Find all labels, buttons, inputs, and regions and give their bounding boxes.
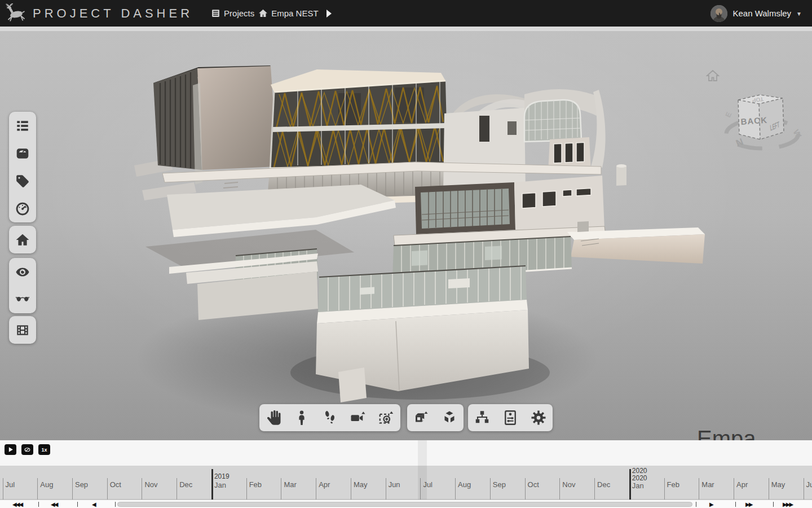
- film-icon: [15, 323, 30, 338]
- timeline-month-tick: [525, 478, 526, 500]
- timeline-year-label: 2020: [632, 467, 647, 475]
- dasher-deer-logo: [5, 2, 27, 25]
- breadcrumb-projects[interactable]: Projects: [211, 8, 254, 18]
- pan-tool[interactable]: [259, 404, 288, 431]
- left-box-unit: [153, 65, 277, 185]
- scrollbar-separator: [38, 502, 39, 507]
- timeline-month-label: Jun: [389, 480, 400, 489]
- first-person-tool[interactable]: [288, 404, 316, 431]
- timeline-month-tick: [246, 478, 247, 500]
- scrollbar-thumb[interactable]: [117, 502, 692, 507]
- user-name: Kean Walmsley: [732, 8, 791, 18]
- breadcrumb-project[interactable]: Empa NEST: [258, 8, 318, 18]
- timeline-month-tick: [142, 478, 142, 500]
- user-menu[interactable]: Kean Walmsley ▼: [710, 5, 812, 22]
- timeline-month-tick: [559, 478, 560, 500]
- tree-icon: [474, 409, 491, 426]
- explode-cube-icon: [441, 409, 458, 426]
- settings-tool[interactable]: [524, 404, 553, 431]
- timeline-movie-tool[interactable]: [9, 316, 36, 344]
- timeline-month-tick: [316, 478, 316, 500]
- home-view-tool[interactable]: [9, 226, 36, 253]
- bottom-toolbar-group-2: [468, 404, 553, 431]
- breadcrumb-caret-icon[interactable]: [326, 10, 332, 17]
- viewcube-home-icon[interactable]: [706, 69, 720, 82]
- timeline-month-label: May: [354, 480, 368, 489]
- timeline-month-label: Apr: [736, 480, 748, 489]
- timeline-month-tick: [176, 478, 177, 500]
- play-button[interactable]: [5, 444, 16, 455]
- right-window-band: [514, 176, 604, 230]
- timeline-playhead[interactable]: [418, 440, 427, 500]
- explode-tool[interactable]: [435, 404, 464, 431]
- breadcrumb: Projects Empa NEST: [211, 8, 332, 18]
- jump-end-button[interactable]: ▶▶▶: [783, 500, 792, 508]
- timeline-month-tick: [72, 478, 73, 500]
- sunglasses-icon: [15, 292, 30, 307]
- scrollbar-separator: [77, 502, 78, 507]
- viewcube-face-back: BACK: [740, 115, 767, 126]
- model-structure-tool[interactable]: [468, 404, 496, 431]
- surfaces-tool[interactable]: [9, 139, 36, 167]
- timeline[interactable]: JulAugSepOctNovDecJan2019FebMarAprMayJun…: [0, 466, 812, 500]
- home-icon: [258, 8, 268, 18]
- gauges-tool[interactable]: [9, 195, 36, 222]
- timeline-month-label: Nov: [144, 480, 157, 489]
- tags-tool[interactable]: [9, 167, 36, 195]
- sidebar-group-3: [9, 316, 36, 344]
- walk-tool[interactable]: [316, 404, 344, 431]
- compass-w: W: [791, 128, 804, 139]
- app-header: PROJECT DASHER Projects Empa NEST: [0, 0, 812, 27]
- timeline-year-tick: [211, 469, 213, 500]
- loop-button[interactable]: [21, 444, 33, 455]
- viewcube[interactable]: N W E TOP BACK LEFT: [723, 83, 806, 154]
- list-icon: [15, 119, 30, 133]
- bottom-toolbar-group-1: [407, 404, 464, 431]
- gauge-icon: [15, 202, 30, 216]
- scrollbar-separator: [735, 502, 736, 507]
- eye-icon: [15, 265, 30, 279]
- properties-icon: [502, 409, 519, 426]
- building-model[interactable]: [0, 31, 812, 440]
- header-divider: [0, 27, 812, 31]
- speed-button[interactable]: 1x: [38, 444, 50, 455]
- timeline-month-label: Feb: [249, 480, 262, 489]
- fast-back-button[interactable]: ◀◀: [51, 500, 57, 508]
- timeline-month-label: Apr: [319, 480, 330, 489]
- projects-icon: [211, 8, 220, 18]
- timeline-month-tick: [386, 478, 386, 500]
- terrace-plate: [167, 182, 396, 237]
- viewport-3d[interactable]: N W E TOP BACK LEFT: [0, 31, 812, 440]
- xray-tool[interactable]: [9, 286, 36, 313]
- dark-glass-band: [415, 182, 515, 234]
- timeline-month-label: Jul: [6, 480, 15, 489]
- levels-tool[interactable]: [9, 112, 36, 139]
- breadcrumb-projects-label: Projects: [224, 8, 254, 18]
- step-back-button[interactable]: ◀: [92, 500, 95, 508]
- scrollbar-separator: [773, 502, 774, 507]
- zoom-window-tool[interactable]: [372, 404, 400, 431]
- step-forward-button[interactable]: ▶: [709, 500, 713, 508]
- visibility-tool[interactable]: [9, 258, 36, 286]
- loop-icon: [24, 446, 31, 453]
- play-icon: [7, 446, 14, 453]
- scrollbar-separator: [115, 502, 116, 507]
- jump-start-button[interactable]: ◀◀◀: [12, 500, 22, 508]
- properties-tool[interactable]: [496, 404, 524, 431]
- orbit-tool[interactable]: [407, 404, 435, 431]
- timeline-month-label: Oct: [528, 480, 539, 489]
- fast-forward-button[interactable]: ▶▶: [745, 500, 752, 508]
- timeline-month-label: Jun: [806, 480, 812, 489]
- avatar: [710, 5, 727, 22]
- playback-strip: 1x: [0, 440, 812, 466]
- timeline-month-label: Sep: [75, 480, 88, 489]
- camera-icon: [350, 409, 367, 426]
- bottom-toolbar-group-0: [259, 404, 400, 431]
- bridge-beam: [567, 221, 705, 264]
- timeline-month-tick: [351, 478, 351, 500]
- timeline-month-label: Aug: [40, 480, 53, 489]
- camera-tool[interactable]: [344, 404, 372, 431]
- timeline-month-label: Oct: [110, 480, 121, 489]
- tag-icon: [15, 174, 30, 189]
- sidebar-group-2: [9, 258, 36, 313]
